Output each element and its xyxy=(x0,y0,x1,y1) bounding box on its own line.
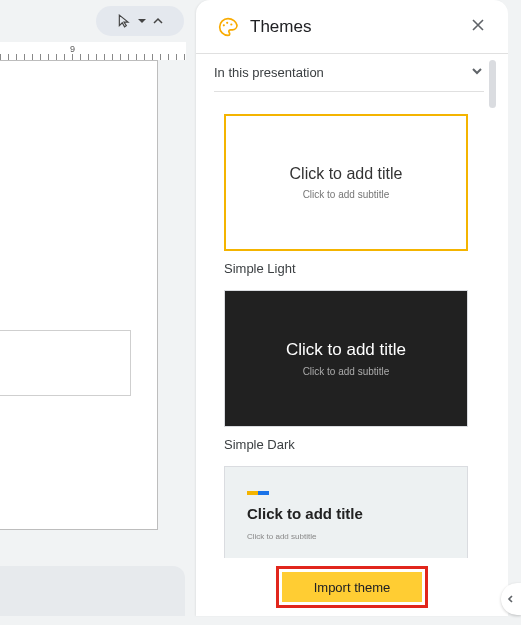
import-bar: Import theme xyxy=(196,558,508,616)
close-icon xyxy=(471,18,485,36)
panel-title: Themes xyxy=(250,17,454,37)
chevron-left-icon xyxy=(506,590,516,608)
slide-text-placeholder[interactable] xyxy=(0,330,131,396)
thumb-title-text: Click to add title xyxy=(286,340,406,360)
horizontal-ruler: 9 xyxy=(0,42,186,60)
toolbar-group xyxy=(96,6,184,36)
thumb-subtitle-text: Click to add subtitle xyxy=(247,532,316,541)
section-title: In this presentation xyxy=(214,65,470,80)
import-theme-label: Import theme xyxy=(314,580,391,595)
thumb-subtitle-text: Click to add subtitle xyxy=(303,366,390,377)
theme-thumbnail-simple-light[interactable]: Click to add title Click to add subtitle xyxy=(224,114,468,251)
accent-bar-icon xyxy=(247,491,269,495)
chevron-down-icon xyxy=(470,64,484,82)
svg-point-2 xyxy=(230,23,232,25)
theme-name-label: Simple Light xyxy=(224,261,480,276)
theme-name-label: Simple Dark xyxy=(224,437,480,452)
section-header[interactable]: In this presentation xyxy=(214,54,484,92)
tutorial-highlight: Import theme xyxy=(276,566,428,608)
ruler-tick-label: 9 xyxy=(70,44,75,54)
palette-icon xyxy=(218,17,238,37)
thumb-title-text: Click to add title xyxy=(290,165,403,183)
theme-thumbnail-simple-dark[interactable]: Click to add title Click to add subtitle xyxy=(224,290,468,427)
collapse-caret-icon[interactable] xyxy=(153,16,163,26)
svg-point-1 xyxy=(226,21,228,23)
theme-thumbnail-streamline[interactable]: Click to add title Click to add subtitle xyxy=(224,466,468,561)
slide-canvas[interactable] xyxy=(0,60,158,530)
close-panel-button[interactable] xyxy=(466,15,490,39)
dropdown-caret-icon[interactable] xyxy=(137,16,147,26)
svg-point-0 xyxy=(223,24,225,26)
import-theme-button[interactable]: Import theme xyxy=(282,572,422,602)
themes-panel: Themes In this presentation Click to add… xyxy=(196,0,508,616)
cursor-tool-icon[interactable] xyxy=(117,14,131,28)
thumb-title-text: Click to add title xyxy=(247,505,363,522)
workspace-area: 9 xyxy=(0,0,200,625)
bottom-panel-stub xyxy=(0,566,185,616)
themes-panel-header: Themes xyxy=(196,0,508,54)
themes-list: Click to add title Click to add subtitle… xyxy=(196,92,508,561)
thumb-subtitle-text: Click to add subtitle xyxy=(303,189,390,200)
